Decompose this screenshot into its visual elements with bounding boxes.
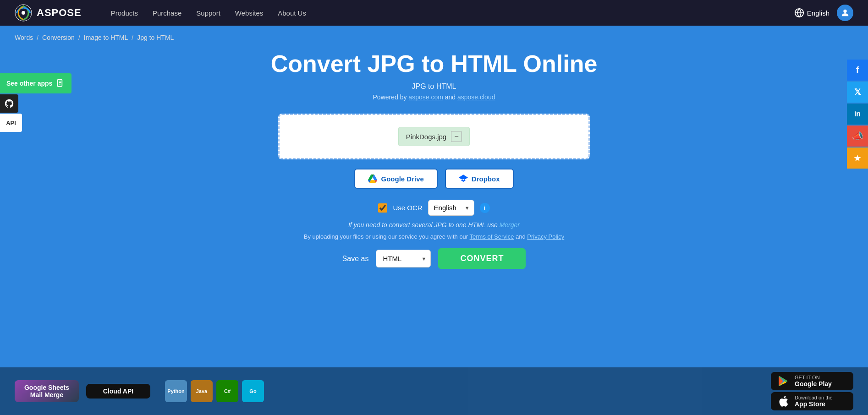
see-other-apps-label: See other apps bbox=[6, 80, 52, 87]
twitter-button[interactable]: 𝕏 bbox=[847, 82, 868, 103]
google-play-text: GET IT ON Google Play bbox=[795, 375, 832, 388]
google-sheets-mail-merge-button[interactable]: Google SheetsMail Merge bbox=[15, 380, 79, 402]
java-chip[interactable]: Java bbox=[191, 380, 213, 402]
svg-point-1 bbox=[22, 11, 25, 15]
breadcrumb-image-to-html[interactable]: Image to HTML bbox=[84, 34, 128, 41]
merger-hint-text: If you need to convert several JPG to on… bbox=[348, 221, 500, 229]
tos-link[interactable]: Terms of Service bbox=[470, 233, 514, 240]
announce-button[interactable]: 📣 bbox=[847, 126, 868, 147]
ocr-info-button[interactable]: i bbox=[480, 203, 490, 213]
google-play-top-text: GET IT ON bbox=[795, 375, 832, 380]
convert-row: Save as HTML PDF DOCX PNG JPG CONVERT bbox=[342, 248, 526, 269]
app-store-badge[interactable]: Download on the App Store bbox=[771, 392, 853, 410]
tos-prefix: By uploading your files or using our ser… bbox=[304, 233, 470, 240]
apple-icon bbox=[777, 395, 790, 408]
format-chips: Python Java C# Go bbox=[165, 380, 264, 402]
facebook-icon: f bbox=[856, 65, 859, 76]
dropbox-icon bbox=[459, 174, 468, 183]
ocr-label[interactable]: Use OCR bbox=[393, 204, 422, 212]
facebook-button[interactable]: f bbox=[847, 60, 868, 81]
breadcrumb-sep-2: / bbox=[78, 34, 80, 41]
navbar-right: English bbox=[794, 5, 853, 21]
app-store-top-text: Download on the bbox=[795, 395, 833, 400]
privacy-link[interactable]: Privacy Policy bbox=[527, 233, 564, 240]
breadcrumb-sep-1: / bbox=[37, 34, 38, 41]
powered-by: Powered by aspose.com and aspose.cloud bbox=[373, 93, 495, 101]
convert-button[interactable]: CONVERT bbox=[438, 248, 526, 269]
main-content: Convert JPG to HTML Online JPG to HTML P… bbox=[0, 49, 868, 278]
file-drop-zone[interactable]: PinkDogs.jpg − bbox=[278, 114, 590, 159]
brand-name-text: ASPOSE bbox=[37, 7, 82, 19]
announce-icon: 📣 bbox=[852, 131, 863, 142]
upload-buttons: Google Drive Dropbox bbox=[354, 169, 513, 189]
dropbox-label: Dropbox bbox=[472, 175, 500, 183]
star-icon: ★ bbox=[853, 153, 862, 164]
google-drive-icon bbox=[368, 174, 377, 183]
aspose-com-link[interactable]: aspose.com bbox=[408, 93, 443, 101]
twitter-icon: 𝕏 bbox=[854, 87, 861, 97]
nav-about[interactable]: About Us bbox=[278, 9, 306, 17]
breadcrumb-conversion[interactable]: Conversion bbox=[42, 34, 75, 41]
store-badges: GET IT ON Google Play Download on the Ap… bbox=[771, 372, 853, 410]
star-button[interactable]: ★ bbox=[847, 147, 868, 169]
nav-products[interactable]: Products bbox=[111, 9, 138, 17]
ocr-language-select[interactable]: English French German Spanish bbox=[428, 200, 474, 216]
python-label: Python bbox=[167, 388, 184, 394]
page-title: Convert JPG to HTML Online bbox=[271, 49, 598, 78]
google-play-badge[interactable]: GET IT ON Google Play bbox=[771, 372, 853, 390]
sheets-label: Google SheetsMail Merge bbox=[24, 384, 69, 399]
github-button[interactable] bbox=[0, 94, 18, 113]
remove-icon: − bbox=[455, 132, 459, 141]
dropbox-button[interactable]: Dropbox bbox=[445, 169, 514, 189]
linkedin-button[interactable]: in bbox=[847, 104, 868, 125]
user-icon bbox=[840, 8, 850, 18]
nav-purchase[interactable]: Purchase bbox=[153, 9, 181, 17]
brand-logo-link[interactable]: ASPOSE bbox=[15, 4, 82, 22]
nav-websites[interactable]: Websites bbox=[235, 9, 263, 17]
powered-by-prefix: Powered by bbox=[373, 93, 409, 101]
file-remove-button[interactable]: − bbox=[451, 131, 462, 142]
github-icon bbox=[4, 98, 14, 109]
api-label: API bbox=[6, 120, 16, 126]
file-name-label: PinkDogs.jpg bbox=[406, 133, 446, 141]
go-chip[interactable]: Go bbox=[242, 380, 264, 402]
ocr-checkbox[interactable] bbox=[378, 203, 387, 213]
google-play-main-text: Google Play bbox=[795, 380, 832, 388]
powered-by-and: and bbox=[443, 93, 457, 101]
breadcrumb-jpg-to-html[interactable]: Jpg to HTML bbox=[137, 34, 174, 41]
ocr-row: Use OCR English French German Spanish i bbox=[378, 200, 489, 216]
aspose-cloud-link[interactable]: aspose.cloud bbox=[457, 93, 495, 101]
csharp-chip[interactable]: C# bbox=[216, 380, 238, 402]
save-as-select[interactable]: HTML PDF DOCX PNG JPG bbox=[376, 250, 431, 268]
navbar: ASPOSE Products Purchase Support Website… bbox=[0, 0, 868, 26]
api-button[interactable]: API bbox=[0, 114, 22, 132]
python-chip[interactable]: Python bbox=[165, 380, 187, 402]
breadcrumb: Words / Conversion / Image to HTML / Jpg… bbox=[0, 26, 868, 49]
go-label: Go bbox=[249, 388, 256, 394]
info-icon: i bbox=[484, 204, 486, 211]
right-sidebar: f 𝕏 in 📣 ★ bbox=[847, 60, 868, 169]
language-selector[interactable]: English bbox=[794, 8, 830, 18]
file-chip: PinkDogs.jpg − bbox=[398, 127, 470, 146]
google-drive-button[interactable]: Google Drive bbox=[354, 169, 437, 189]
breadcrumb-words[interactable]: Words bbox=[15, 34, 33, 41]
java-label: Java bbox=[196, 388, 207, 394]
doc-icon bbox=[56, 79, 65, 88]
google-drive-label: Google Drive bbox=[381, 175, 423, 183]
app-store-text: Download on the App Store bbox=[795, 395, 833, 408]
nav-support[interactable]: Support bbox=[196, 9, 220, 17]
svg-point-3 bbox=[843, 10, 846, 13]
left-sidebar: See other apps API bbox=[0, 73, 71, 132]
cloud-api-button[interactable]: Cloud API bbox=[86, 384, 150, 399]
user-avatar[interactable] bbox=[837, 5, 853, 21]
cloud-api-label: Cloud API bbox=[103, 388, 133, 395]
main-nav: Products Purchase Support Websites About… bbox=[111, 9, 306, 17]
tos-text: By uploading your files or using our ser… bbox=[304, 233, 564, 240]
see-other-apps-button[interactable]: See other apps bbox=[0, 73, 71, 93]
google-play-icon bbox=[777, 375, 790, 388]
app-store-main-text: App Store bbox=[795, 400, 833, 408]
ocr-language-wrapper: English French German Spanish bbox=[428, 200, 474, 216]
breadcrumb-sep-3: / bbox=[132, 34, 133, 41]
merger-link[interactable]: Merger bbox=[500, 221, 520, 229]
aspose-logo-icon bbox=[15, 4, 32, 22]
